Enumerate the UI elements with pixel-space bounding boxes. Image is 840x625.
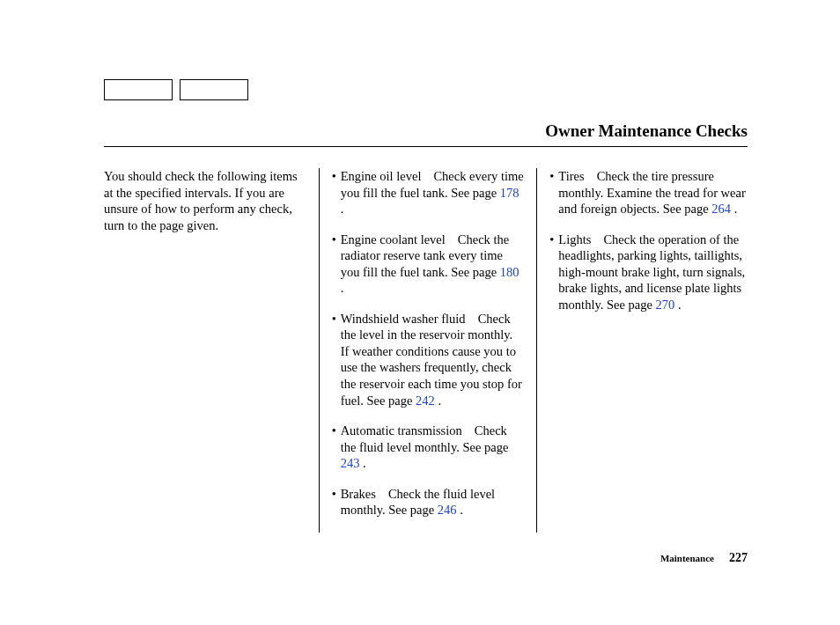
page-link[interactable]: 180 [500, 265, 519, 279]
footer-section-label: Maintenance [660, 553, 714, 563]
list-item: Engine oil levelCheck every time you fil… [332, 168, 525, 217]
intro-text: You should check the following items at … [104, 168, 306, 233]
page-footer: Maintenance 227 [660, 551, 748, 565]
page-title: Owner Maintenance Checks [104, 121, 748, 141]
checklist-col2: Engine oil levelCheck every time you fil… [332, 168, 525, 518]
title-row: Owner Maintenance Checks [104, 121, 748, 147]
page-link[interactable]: 178 [500, 186, 519, 200]
item-label: Windshield washer fluid [341, 312, 466, 326]
nav-box-prev[interactable] [104, 79, 173, 100]
list-item: Windshield washer fluidCheck the level i… [332, 311, 525, 408]
column-2: Engine oil levelCheck every time you fil… [319, 168, 538, 533]
item-label: Engine oil level [341, 169, 422, 183]
item-label: Tires [558, 169, 584, 183]
item-text-end: . [435, 393, 441, 408]
item-label: Engine coolant level [341, 232, 446, 246]
page-link[interactable]: 270 [656, 298, 675, 312]
page-link[interactable]: 246 [438, 503, 457, 517]
nav-boxes [104, 79, 748, 100]
footer-page-number: 227 [729, 551, 748, 564]
item-text-end: . [457, 503, 463, 517]
column-3: TiresCheck the tire pressure monthly. Ex… [537, 168, 748, 533]
item-text-end: . [674, 298, 681, 312]
item-text-end: . [341, 281, 344, 295]
item-text-end: . [341, 202, 344, 216]
page-link[interactable]: 243 [341, 456, 360, 470]
list-item: TiresCheck the tire pressure monthly. Ex… [549, 168, 748, 217]
nav-box-next[interactable] [180, 79, 248, 100]
item-text-end: . [731, 202, 737, 216]
content-columns: You should check the following items at … [104, 168, 748, 533]
list-item: BrakesCheck the fluid level monthly. See… [332, 486, 525, 518]
list-item: Engine coolant levelCheck the radiator r… [332, 232, 525, 297]
item-label: Brakes [341, 487, 376, 501]
checklist-col3: TiresCheck the tire pressure monthly. Ex… [549, 168, 748, 312]
item-text-end: . [359, 456, 365, 470]
list-item: Automatic transmissionCheck the fluid le… [332, 423, 525, 472]
page-link[interactable]: 242 [416, 393, 435, 408]
page-link[interactable]: 264 [711, 202, 731, 216]
list-item: LightsCheck the operation of the headlig… [549, 232, 748, 313]
item-label: Automatic transmission [341, 423, 462, 438]
item-label: Lights [558, 232, 591, 246]
column-1: You should check the following items at … [104, 168, 319, 533]
